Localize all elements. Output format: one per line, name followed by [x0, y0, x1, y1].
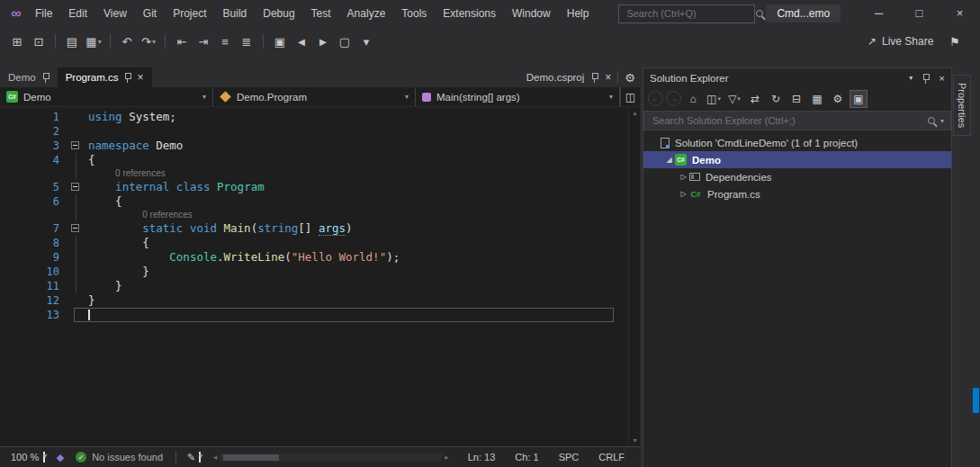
line-indicator[interactable]: Ln: 13: [458, 452, 506, 463]
expander-collapsed-icon[interactable]: ▷: [678, 190, 689, 198]
uncomment-icon[interactable]: ≣: [237, 31, 256, 51]
code-line-3[interactable]: 3namespace Demo: [16, 139, 628, 153]
navigate-back-icon[interactable]: ←: [648, 91, 663, 106]
menu-build[interactable]: Build: [215, 0, 256, 27]
menu-view[interactable]: View: [95, 0, 135, 27]
fold-collapse-icon[interactable]: [71, 141, 79, 149]
filter-icon[interactable]: ▽▾: [725, 90, 743, 108]
type-dropdown[interactable]: Demo.Program ▾: [213, 87, 416, 106]
minimize-button[interactable]: ─: [859, 0, 899, 27]
solution-search-input[interactable]: [651, 114, 922, 127]
window-menu-icon[interactable]: ▾: [909, 74, 913, 82]
sync-with-active-document-icon[interactable]: ⇄: [746, 90, 764, 108]
line-number[interactable]: 9: [16, 250, 70, 265]
code-line-2[interactable]: 2: [16, 124, 628, 139]
expander-collapsed-icon[interactable]: ▷: [678, 173, 689, 181]
line-number[interactable]: 11: [16, 279, 70, 293]
menu-window[interactable]: Window: [504, 0, 559, 27]
home-icon[interactable]: ⌂: [684, 90, 702, 108]
tab-properties[interactable]: Properties: [953, 75, 971, 136]
tree-item-demo[interactable]: ◢C#Demo: [643, 151, 951, 168]
indent-decrease-icon[interactable]: ⇤: [172, 31, 192, 51]
menu-edit[interactable]: Edit: [60, 0, 95, 27]
tree-item-program-cs[interactable]: ▷C#Program.cs: [643, 185, 951, 202]
column-indicator[interactable]: Ch: 1: [505, 452, 548, 463]
scroll-left-icon[interactable]: ◂: [213, 453, 218, 462]
indicator-icon[interactable]: ◆: [50, 452, 70, 463]
code-line-11[interactable]: 11 }: [16, 279, 628, 293]
navigate-forward-icon[interactable]: →: [666, 91, 681, 106]
notifications-icon[interactable]: ⚑: [949, 35, 960, 49]
menu-file[interactable]: File: [27, 0, 60, 27]
bookmark-clear-icon[interactable]: ▢: [335, 31, 355, 51]
scroll-up-icon[interactable]: ▴: [629, 109, 640, 117]
code-cleanup-button[interactable]: ✎ ▾: [184, 452, 204, 463]
pin-icon[interactable]: [123, 72, 131, 83]
line-number[interactable]: 1: [16, 110, 70, 124]
codelens-references[interactable]: 0 references: [142, 209, 193, 221]
window-edge-scrollbar[interactable]: [972, 67, 980, 467]
scrollbar-track[interactable]: [220, 454, 442, 462]
tab-settings-gear-icon[interactable]: ⚙: [625, 71, 635, 85]
save-icon[interactable]: ▤: [62, 31, 82, 51]
properties-icon[interactable]: ⚙: [829, 90, 847, 108]
pin-icon[interactable]: [590, 72, 598, 83]
line-number[interactable]: 2: [16, 124, 70, 139]
code-line-8[interactable]: 8 {: [16, 236, 628, 250]
comment-icon[interactable]: ≡: [215, 31, 235, 51]
redo-icon[interactable]: ↷▾: [139, 31, 158, 51]
line-number[interactable]: 3: [16, 139, 70, 153]
show-all-files-icon[interactable]: ▦: [808, 90, 826, 108]
bookmark-toggle-icon[interactable]: ▣: [270, 31, 290, 51]
add-item-icon[interactable]: ⊞: [7, 31, 27, 51]
line-number[interactable]: 6: [16, 194, 70, 209]
preview-selected-items-icon[interactable]: ▣: [850, 90, 868, 108]
code-line-10[interactable]: 10 }: [16, 265, 628, 279]
codelens-references[interactable]: 0 references: [115, 167, 166, 180]
code-line-13[interactable]: 13: [16, 308, 628, 322]
line-number[interactable]: 10: [16, 265, 70, 279]
line-number[interactable]: 5: [16, 180, 70, 194]
live-share-button[interactable]: ↗ Live Share: [868, 35, 933, 48]
close-icon[interactable]: ×: [137, 72, 143, 83]
indent-increase-icon[interactable]: ⇥: [193, 31, 213, 51]
quick-search-box[interactable]: [618, 4, 755, 23]
project-dropdown[interactable]: C# Demo ▾: [0, 87, 213, 106]
pin-icon[interactable]: [922, 73, 930, 84]
line-number[interactable]: 13: [16, 308, 70, 322]
expander-expanded-icon[interactable]: ◢: [663, 156, 675, 164]
tree-item-dependencies[interactable]: ▷Dependencies: [643, 168, 951, 185]
code-line-9[interactable]: 9 Console.WriteLine("Hello World!");: [16, 250, 628, 265]
solution-explorer-title-bar[interactable]: Solution Explorer ▾ ×: [643, 68, 951, 87]
fold-collapse-icon[interactable]: [71, 224, 79, 232]
menu-test[interactable]: Test: [303, 0, 339, 27]
member-dropdown[interactable]: Main(string[] args) ▾: [416, 87, 620, 106]
scrollbar-thumb[interactable]: [223, 454, 279, 461]
solution-search-box[interactable]: ▾: [643, 111, 951, 130]
toolbar-overflow-icon[interactable]: ▾: [356, 31, 376, 51]
maximize-button[interactable]: □: [899, 0, 940, 27]
save-all-icon[interactable]: ▦▾: [84, 31, 103, 51]
menu-debug[interactable]: Debug: [255, 0, 302, 27]
menu-project[interactable]: Project: [165, 0, 214, 27]
code-line-4[interactable]: 4{: [16, 153, 628, 167]
close-button[interactable]: ×: [940, 0, 980, 27]
zoom-select[interactable]: 100 % ▾: [5, 452, 50, 463]
collapse-all-icon[interactable]: ⊟: [787, 90, 805, 108]
scrollbar-thumb[interactable]: [973, 388, 979, 413]
code-line-7[interactable]: 7 static void Main(string[] args): [16, 221, 628, 236]
bookmark-next-icon[interactable]: ►: [313, 31, 333, 51]
bookmark-previous-icon[interactable]: ◄: [292, 31, 311, 51]
code-line-1[interactable]: 1using System;: [16, 110, 628, 124]
pin-icon[interactable]: [41, 72, 49, 83]
menu-help[interactable]: Help: [559, 0, 598, 27]
insert-mode-indicator[interactable]: SPC: [549, 452, 589, 463]
code-line-5[interactable]: 5 internal class Program: [16, 180, 628, 194]
code-line-12[interactable]: 12}: [16, 293, 628, 308]
menu-tools[interactable]: Tools: [393, 0, 435, 27]
chevron-down-icon[interactable]: ▾: [940, 117, 944, 125]
editor-vertical-scrollbar[interactable]: ▴ ▾: [628, 107, 640, 446]
search-input[interactable]: [625, 7, 756, 20]
menu-analyze[interactable]: Analyze: [339, 0, 394, 27]
line-number[interactable]: 8: [16, 236, 70, 250]
